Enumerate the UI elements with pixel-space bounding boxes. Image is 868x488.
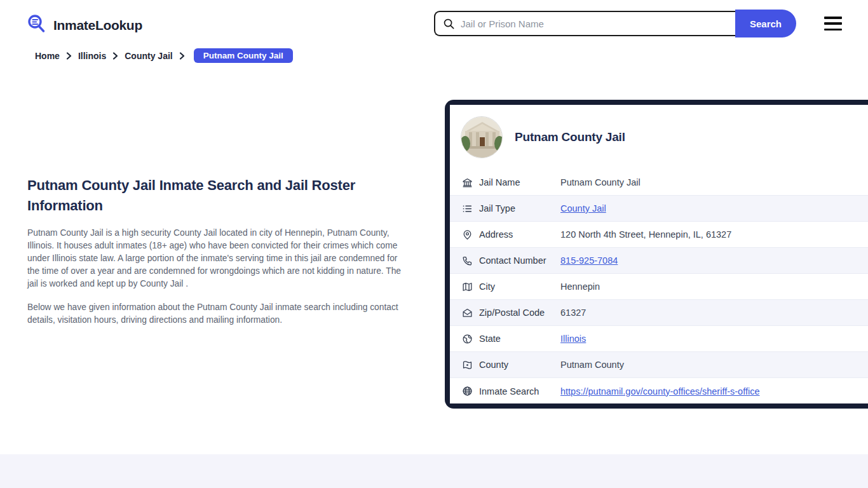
row-value: Putnam County <box>560 360 624 370</box>
row-label: Address <box>479 229 560 240</box>
breadcrumb-illinois[interactable]: Illinois <box>78 51 106 61</box>
search-button[interactable]: Search <box>735 10 796 37</box>
breadcrumb: Home Illinois County Jail Putnam County … <box>35 48 293 63</box>
envelope-icon <box>462 308 473 318</box>
row-label: County <box>479 360 560 370</box>
site-logo-text: InmateLookup <box>53 18 142 33</box>
row-state: State Illinois <box>450 326 868 352</box>
row-city: City Hennepin <box>450 274 868 300</box>
search-input[interactable] <box>461 12 735 35</box>
row-jail-name: Jail Name Putnam County Jail <box>450 170 868 196</box>
jail-card-title: Putnam County Jail <box>515 130 625 144</box>
site-logo[interactable]: InmateLookup <box>25 13 142 38</box>
footer-strip <box>0 454 868 488</box>
map-icon <box>462 281 473 292</box>
row-inmate-search: Inmate Search https://putnamil.gov/count… <box>450 378 868 403</box>
article-paragraph-1: Putnam County Jail is a high security Co… <box>27 227 403 290</box>
location-pin-icon <box>462 229 473 240</box>
page-title: Putnam County Jail Inmate Search and Jai… <box>27 175 403 216</box>
row-value: Putnam County Jail <box>560 177 641 187</box>
row-value: 61327 <box>560 308 586 318</box>
row-label: Inmate Search <box>479 386 560 396</box>
search-icon <box>443 18 455 30</box>
row-label: Zip/Postal Code <box>479 308 560 318</box>
row-address: Address 120 North 4th Street, Hennepin, … <box>450 222 868 248</box>
row-label: Jail Type <box>479 203 560 214</box>
inmate-search-link[interactable]: https://putnamil.gov/county-offices/sher… <box>560 386 760 396</box>
row-jail-type: Jail Type County Jail <box>450 196 868 222</box>
row-label: Contact Number <box>479 255 560 266</box>
county-map-flag-icon <box>462 360 473 370</box>
row-label: Jail Name <box>479 177 560 187</box>
row-zip: Zip/Postal Code 61327 <box>450 300 868 326</box>
breadcrumb-county-jail[interactable]: County Jail <box>125 51 172 61</box>
row-value: Hennepin <box>560 281 600 292</box>
chevron-right-icon <box>112 52 118 60</box>
row-county: County Putnam County <box>450 352 868 378</box>
jail-card-header: Putnam County Jail <box>450 105 868 170</box>
breadcrumb-current-pill: Putnam County Jail <box>194 48 293 63</box>
menu-hamburger-icon[interactable] <box>824 17 842 30</box>
row-contact-number: Contact Number 815-925-7084 <box>450 248 868 274</box>
jail-type-link[interactable]: County Jail <box>560 203 606 214</box>
phone-link[interactable]: 815-925-7084 <box>560 255 618 266</box>
search-box[interactable] <box>434 11 735 36</box>
row-label: City <box>479 281 560 292</box>
jail-info-card: Putnam County Jail Jail Name Putnam Coun… <box>445 100 868 409</box>
chevron-right-icon <box>66 52 72 60</box>
jail-search-form: Search <box>434 10 796 37</box>
globe-icon <box>462 386 473 396</box>
state-link[interactable]: Illinois <box>560 334 586 344</box>
phone-icon <box>462 255 473 266</box>
row-label: State <box>479 334 560 344</box>
magnifier-logo-icon <box>25 13 48 38</box>
row-value: 120 North 4th Street, Hennepin, IL, 6132… <box>560 229 731 240</box>
article-paragraph-2: Below we have given information about th… <box>27 301 403 327</box>
bank-building-icon <box>462 177 473 188</box>
article: Putnam County Jail Inmate Search and Jai… <box>27 175 403 327</box>
chevron-right-icon <box>179 52 185 60</box>
jail-photo <box>461 116 503 158</box>
globe-americas-icon <box>462 334 473 344</box>
breadcrumb-home[interactable]: Home <box>35 51 60 61</box>
list-icon <box>462 203 473 214</box>
